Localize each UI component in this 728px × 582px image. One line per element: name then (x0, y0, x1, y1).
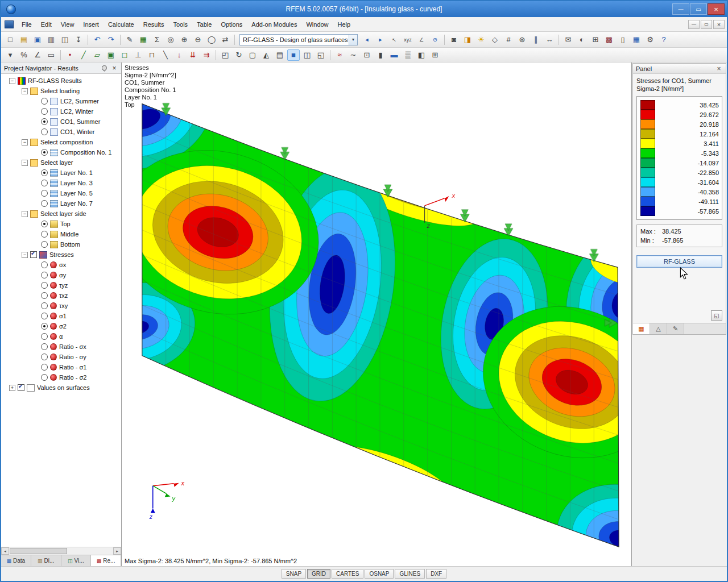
ruler-icon[interactable]: ▭ (45, 49, 57, 61)
dimensions-icon[interactable]: ↔ (543, 34, 556, 45)
layout-icon[interactable]: ⊞ (429, 49, 441, 61)
menu-item[interactable]: Insert (78, 18, 104, 31)
child-minimize-button[interactable] (688, 20, 700, 29)
tree-item[interactable]: Ratio - σx (1, 342, 121, 352)
grid-icon[interactable]: # (502, 34, 515, 45)
save-icon[interactable]: ▣ (31, 34, 44, 45)
navigator-tab[interactable]: ◫ Vi... (61, 555, 92, 566)
close-icon[interactable] (110, 64, 118, 72)
background-icon[interactable]: ▒ (402, 49, 414, 61)
tree-item[interactable]: LC2, Winter (1, 106, 121, 117)
table-view-icon[interactable]: ▦ (630, 34, 643, 45)
tree-control[interactable] (41, 149, 48, 156)
tree-item[interactable]: Layer No. 3 (1, 178, 121, 188)
scrollbar-thumb[interactable] (10, 548, 67, 554)
expand-toggle[interactable] (9, 78, 15, 84)
select-dropdown-icon[interactable]: ▾ (4, 49, 16, 61)
new-window-icon[interactable]: ◰ (219, 49, 231, 61)
zoom-out-icon[interactable]: ⊖ (192, 34, 204, 45)
navigator-tab[interactable]: ▩ Re... (91, 555, 121, 566)
smooth-results-icon[interactable]: ∼ (347, 49, 359, 61)
open-file-icon[interactable]: ▤ (18, 34, 30, 45)
help-icon[interactable]: ? (657, 34, 670, 45)
tree-item[interactable]: σ1 (1, 311, 121, 321)
rf-glass-button[interactable]: RF-GLASS (636, 255, 722, 268)
menu-item[interactable]: Add-on Modules (247, 18, 301, 31)
tree-item[interactable]: Select loading (1, 86, 121, 96)
status-toggle[interactable]: SNAP (282, 569, 306, 579)
tree-item[interactable]: Top (1, 219, 121, 229)
maximize-button[interactable] (690, 3, 707, 15)
tree-item[interactable]: τxz (1, 290, 121, 301)
tree-item[interactable]: Bottom (1, 239, 121, 250)
tree-item[interactable]: CO1, Winter (1, 127, 121, 137)
tree-control[interactable] (41, 272, 48, 278)
tree-control[interactable] (41, 190, 48, 197)
navigator-tab[interactable]: ▦ Data (1, 555, 31, 566)
partial-view-icon[interactable]: ◧ (415, 49, 428, 61)
print-preview-icon[interactable]: ◫ (59, 34, 71, 45)
undo-icon[interactable]: ↶ (91, 34, 104, 45)
transparent-icon[interactable]: ◫ (301, 49, 313, 61)
tree-control[interactable] (41, 169, 48, 176)
export-icon[interactable]: ↧ (72, 34, 85, 45)
status-toggle[interactable]: GRID (307, 569, 330, 579)
expand-toggle[interactable] (22, 139, 28, 146)
render-mode-icon[interactable]: ◨ (461, 34, 474, 45)
tree-control[interactable] (41, 282, 48, 289)
tree-control[interactable] (41, 333, 48, 340)
front-view-icon[interactable]: ▢ (246, 49, 259, 61)
surface-icon[interactable]: ▱ (91, 49, 104, 61)
light-icon[interactable]: ☀ (475, 34, 487, 45)
rotate-view-icon[interactable]: ↻ (233, 49, 245, 61)
child-restore-button[interactable] (701, 20, 712, 29)
modules-icon[interactable]: ▩ (603, 34, 615, 45)
percent-icon[interactable]: % (18, 49, 30, 61)
new-file-icon[interactable]: □ (4, 34, 16, 45)
status-toggle[interactable]: CARTES (332, 569, 363, 579)
tree-item[interactable]: Composition No. 1 (1, 147, 121, 157)
tree-item[interactable]: σx (1, 260, 121, 270)
tree-control[interactable] (41, 118, 48, 125)
tree-item[interactable]: α (1, 331, 121, 342)
calculate-icon[interactable]: Σ (151, 34, 163, 45)
tree-control[interactable] (41, 241, 48, 248)
show-results-icon[interactable]: ≈ (333, 49, 346, 61)
pan-icon[interactable]: ⇄ (219, 34, 231, 45)
camera-icon[interactable]: ◙ (448, 34, 460, 45)
node-icon[interactable]: • (64, 49, 76, 61)
tree-item[interactable]: τxy (1, 301, 121, 311)
edit-icon[interactable]: ✎ (123, 34, 136, 45)
line-support-icon[interactable]: ⊓ (146, 49, 158, 61)
tree-item[interactable]: Ratio - σy (1, 352, 121, 362)
line-load-icon[interactable]: ⇊ (187, 49, 199, 61)
tree-item[interactable]: RF-GLASS Results (1, 76, 121, 86)
tree-item[interactable]: Ratio - σ2 (1, 372, 121, 383)
tree-control[interactable] (41, 323, 48, 330)
tree-item[interactable]: Select composition (1, 137, 121, 147)
tree-item[interactable]: LC2, Summer (1, 96, 121, 106)
tree-control[interactable] (41, 374, 48, 381)
tree-control[interactable] (41, 180, 48, 186)
model-viewport[interactable]: x z x y z Stresses (122, 63, 631, 566)
snap-icon[interactable]: ⊛ (516, 34, 528, 45)
pointer-icon[interactable]: ↖ (388, 34, 400, 45)
solid-icon[interactable]: ▣ (105, 49, 117, 61)
views-icon[interactable]: ⊞ (589, 34, 602, 45)
opening-icon[interactable]: ◻ (118, 49, 131, 61)
scroll-right-icon[interactable] (113, 547, 121, 555)
legend-icon[interactable]: ▬ (388, 49, 400, 61)
wireframe-icon[interactable]: ▤ (274, 49, 286, 61)
tree-control[interactable] (41, 302, 48, 309)
nodal-support-icon[interactable]: ⊥ (132, 49, 144, 61)
solid-render-icon[interactable]: ■ (287, 49, 300, 61)
expand-toggle[interactable] (9, 385, 15, 391)
forward-icon[interactable]: ► (374, 34, 387, 45)
tree-item[interactable]: Ratio - σ1 (1, 362, 121, 372)
print-icon[interactable]: ▥ (45, 34, 57, 45)
tree-control[interactable] (41, 313, 48, 319)
module-select[interactable]: RF-GLASS - Design of glass surfaces (239, 34, 358, 45)
tree-control[interactable] (41, 221, 48, 227)
angle-icon[interactable]: ∠ (31, 49, 44, 61)
tree-control[interactable] (41, 200, 48, 207)
